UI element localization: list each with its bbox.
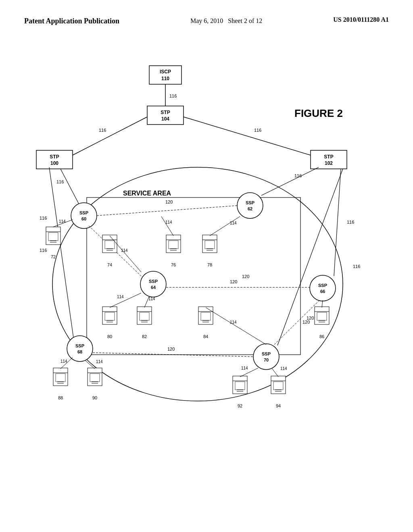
ssp64-node: [140, 271, 166, 297]
ssp66-label: SSP: [318, 283, 327, 288]
lbl-120-c: 120: [230, 279, 237, 284]
phone-90-label: 90: [92, 395, 97, 400]
ssp62-id: 62: [248, 206, 252, 211]
ssp68-label: SSP: [75, 343, 84, 348]
phone-82: [137, 307, 152, 324]
phone-92: [233, 376, 247, 394]
lbl-114-90: 114: [96, 360, 103, 364]
iscp-node: [149, 66, 181, 84]
link-stp104-stp102: [184, 117, 311, 155]
stp104-node: [147, 106, 184, 125]
phone-92-label: 92: [238, 403, 242, 408]
svg-rect-30: [198, 307, 213, 324]
phone-94: [271, 376, 286, 394]
lbl-116-c: 116: [294, 173, 302, 178]
lbl-120-g: 120: [302, 320, 310, 324]
ssp60-id: 60: [81, 216, 86, 221]
stp102-label: STP: [324, 154, 333, 160]
svg-rect-15: [202, 235, 217, 253]
lbl-116-b: 116: [40, 248, 47, 253]
service-area-oval: [52, 167, 343, 401]
stp104-id: 104: [161, 116, 169, 122]
phone-80: [102, 307, 117, 324]
lbl-114-80: 114: [117, 295, 124, 299]
stp100-id: 100: [50, 160, 58, 166]
phone-84-label: 84: [203, 334, 208, 339]
phone-86: [315, 307, 329, 324]
svg-rect-10: [166, 235, 181, 253]
lbl-114-88: 114: [60, 359, 67, 364]
ssp62-label: SSP: [246, 200, 254, 205]
phone-80-label: 80: [107, 334, 112, 339]
ssp64-label: SSP: [149, 279, 158, 284]
phone-72: [46, 227, 60, 245]
lbl-116-a: 116: [56, 179, 64, 184]
lbl-116-d: 116: [347, 220, 354, 224]
phone-90: [88, 368, 102, 386]
lbl-114-84: 114: [230, 320, 237, 324]
ssp64-id: 64: [151, 285, 156, 290]
lbl-116-e: 116: [353, 264, 360, 269]
phone-74-label: 74: [107, 262, 112, 267]
svg-rect-20: [102, 307, 117, 324]
phone-74: [102, 235, 117, 253]
lbl-114-92: 114: [241, 366, 248, 370]
ssp68-node: [67, 336, 93, 362]
link-label-1: 116: [169, 94, 177, 98]
phone-72-label: 72: [51, 254, 56, 259]
header-center: May 6, 2010 Sheet 2 of 12: [190, 16, 262, 26]
lbl-114-78: 114: [230, 221, 237, 225]
lbl-120-f: 120: [242, 274, 249, 279]
page-header: Patent Application Publication May 6, 20…: [0, 0, 413, 26]
stp102-node: [311, 150, 347, 169]
lbl-116-left: 116: [40, 216, 47, 220]
ssp60-node: [71, 203, 97, 229]
ssp70-id: 70: [264, 357, 269, 362]
sheet-info: Sheet 2 of 12: [228, 17, 262, 24]
ssp60-label: SSP: [79, 210, 88, 215]
svg-rect-45: [88, 368, 102, 386]
patent-number: US 2010/0111280 A1: [333, 16, 389, 23]
phone-84: [198, 307, 213, 324]
iscp-id: 110: [161, 76, 169, 81]
link-label-3: 116: [254, 128, 261, 133]
phone-76: [166, 235, 181, 253]
svg-rect-55: [271, 376, 286, 394]
lbl-114-76: 114: [165, 220, 172, 224]
publication-title: Patent Application Publication: [24, 16, 119, 26]
phone-82-label: 82: [142, 334, 147, 339]
publication-date: May 6, 2010: [190, 17, 223, 24]
lbl-114-72: 114: [59, 219, 66, 224]
phone-78-g: [202, 235, 217, 253]
lbl-120-d: 120: [167, 347, 175, 351]
link-stp100-ssp60: [60, 169, 79, 204]
lbl-120-a: 120: [165, 200, 173, 204]
svg-rect-25: [137, 307, 152, 324]
svg-rect-40: [53, 368, 68, 386]
lbl-114-94: 114: [280, 366, 287, 371]
stp104-label: STP: [161, 110, 170, 115]
svg-rect-0: [46, 227, 60, 245]
figure-title: FIGURE 2: [294, 107, 343, 119]
phone-88-label: 88: [58, 395, 63, 400]
service-area-label: SERVICE AREA: [123, 190, 171, 197]
svg-rect-50: [233, 376, 247, 394]
ssp70-node: [253, 344, 279, 370]
lbl-114-82: 114: [148, 297, 155, 301]
stp100-label: STP: [50, 154, 59, 160]
phone-94-label: 94: [276, 403, 281, 408]
phone-78-label: 78: [207, 262, 212, 267]
ssp66-node: [310, 275, 336, 301]
stp102-id: 102: [325, 160, 333, 166]
svg-rect-35: [315, 307, 329, 324]
ssp62-node: [237, 193, 263, 218]
ssp70-label: SSP: [262, 351, 271, 356]
ssp68-id: 68: [77, 349, 82, 354]
iscp-label: ISCP: [160, 69, 171, 75]
link-stp104-stp100: [73, 117, 147, 155]
link-stp102-ssp62: [261, 167, 319, 195]
stp100-node: [36, 150, 73, 169]
figure-2-diagram: FIGURE 2 ISCP 110 116 STP 104 STP 100 ST…: [20, 58, 393, 453]
phone-88: [53, 368, 68, 386]
link-label-2: 116: [99, 128, 106, 133]
